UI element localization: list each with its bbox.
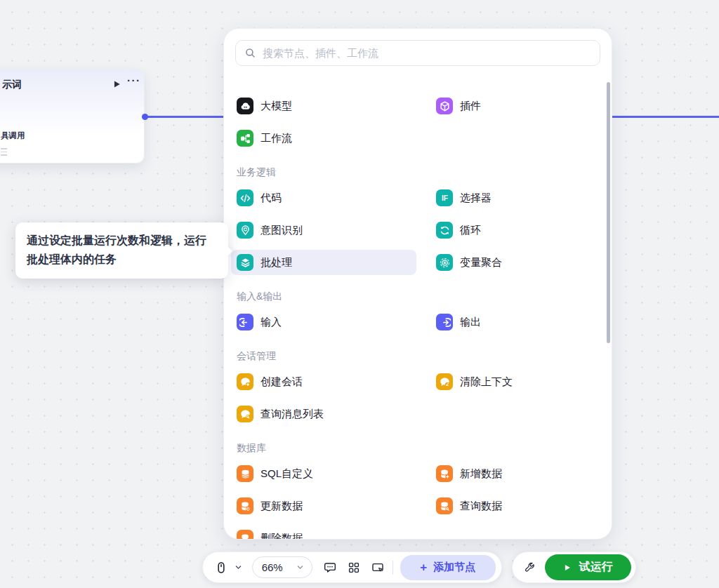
node-item-label: 变量聚合: [460, 256, 502, 269]
comment-icon[interactable]: [321, 559, 338, 577]
node-item-label: 创建会话: [260, 375, 303, 389]
node-item-label: 意图识别: [260, 224, 303, 237]
node-item-label: 插件: [460, 100, 481, 113]
edge-line-left: [145, 116, 223, 118]
batch-icon: [237, 254, 253, 271]
test-run-label: 试运行: [579, 560, 613, 575]
batch-tooltip-text: 通过设定批量运行次数和逻辑，运行批处理体内的任务: [27, 234, 206, 265]
node-item-db-delete[interactable]: 删除数据: [231, 526, 416, 540]
node-item-label: 输入: [260, 316, 282, 329]
node-item-aggregate[interactable]: 变量聚合: [430, 250, 582, 275]
zoom-value: 66%: [262, 561, 296, 573]
if-icon: IF: [436, 189, 453, 206]
section-grid: 代码IF选择器意图识别循环批处理变量聚合: [235, 185, 600, 275]
section-header: 会话管理: [237, 349, 600, 363]
node-item-label: 大模型: [260, 100, 292, 113]
node-item-label: 工作流: [260, 132, 292, 145]
add-node-label: 添加节点: [433, 561, 475, 574]
output-icon: [436, 314, 453, 330]
node-item-code[interactable]: 代码: [231, 185, 416, 211]
layout-grid-icon[interactable]: [345, 559, 362, 577]
node-card-prompt[interactable]: 示词 ··· 具调用: [0, 69, 145, 163]
chevron-down-icon: [296, 563, 305, 572]
node-item-sql-custom[interactable]: SQL自定义: [231, 461, 416, 486]
play-icon: [563, 563, 572, 572]
test-run-button[interactable]: 试运行: [545, 554, 631, 580]
toolbar-divider: [393, 561, 393, 575]
node-item-db-query[interactable]: 查询数据: [430, 493, 582, 519]
section-header: 业务逻辑: [237, 165, 600, 179]
input-icon: [237, 314, 253, 330]
node-item-label: 输出: [460, 316, 481, 329]
plus-icon: +: [420, 561, 427, 573]
batch-tooltip: 通过设定批量运行次数和逻辑，运行批处理体内的任务: [15, 222, 228, 279]
intent-icon: [237, 222, 253, 239]
db-icon: [237, 465, 253, 482]
node-item-label: 查询数据: [460, 500, 502, 513]
search-input[interactable]: [263, 47, 591, 59]
db-x-icon: [237, 530, 253, 540]
node-item-label: 查询消息列表: [260, 408, 324, 421]
node-run-icon[interactable]: [112, 79, 121, 89]
screen-cursor-icon[interactable]: [369, 559, 386, 577]
section-header: 数据库: [237, 441, 600, 455]
chat-clear-icon: [436, 373, 453, 390]
section-grid: 输入输出: [235, 309, 600, 335]
node-item-label: 循环: [460, 224, 481, 237]
zoom-select[interactable]: 66%: [252, 556, 312, 578]
node-item-label: 新增数据: [460, 467, 502, 481]
node-item-intent[interactable]: 意图识别: [231, 218, 416, 243]
node-item-label: SQL自定义: [260, 467, 313, 481]
llm-icon: [237, 98, 253, 114]
node-item-label: 选择器: [460, 192, 492, 205]
add-node-panel: 大模型插件工作流业务逻辑代码IF选择器意图识别循环批处理变量聚合输入&输出输入输…: [223, 28, 612, 540]
edge-line-right: [612, 116, 719, 118]
node-item-label: 清除上下文: [460, 375, 513, 389]
node-item-selector[interactable]: IF选择器: [430, 185, 582, 211]
section-grid: 创建会话清除上下文查询消息列表: [235, 369, 600, 427]
chat-plus-icon: [237, 373, 253, 390]
wrench-icon[interactable]: [520, 557, 541, 578]
section-header: 输入&输出: [237, 289, 600, 303]
add-node-button[interactable]: + 添加节点: [400, 555, 496, 580]
node-item-llm[interactable]: 大模型: [231, 93, 416, 119]
aggregate-icon: [436, 254, 453, 271]
node-output-port[interactable]: [142, 114, 148, 120]
node-menu: 大模型插件工作流业务逻辑代码IF选择器意图识别循环批处理变量聚合输入&输出输入输…: [235, 79, 600, 540]
mouse-mode-icon[interactable]: [212, 559, 230, 577]
chat-search-icon: [237, 406, 253, 422]
code-icon: [237, 189, 253, 206]
mouse-mode-chevron-icon[interactable]: [230, 559, 247, 577]
node-item-label: 批处理: [260, 256, 292, 269]
run-toolbar: 试运行: [512, 552, 636, 583]
loop-icon: [436, 222, 453, 239]
db-search-icon: [436, 497, 453, 514]
node-subtitle: 具调用: [1, 131, 25, 141]
node-item-query-messages[interactable]: 查询消息列表: [231, 401, 416, 427]
scrollbar-thumb[interactable]: [607, 82, 610, 343]
node-title: 示词: [2, 79, 22, 91]
node-item-loop[interactable]: 循环: [430, 218, 582, 243]
section-grid: 大模型插件工作流: [235, 93, 600, 151]
db-refresh-icon: [237, 497, 253, 514]
node-item-create-session[interactable]: 创建会话: [231, 369, 416, 394]
node-item-label: 更新数据: [260, 500, 303, 513]
db-plus-icon: [436, 465, 453, 482]
svg-text:IF: IF: [442, 194, 448, 202]
node-item-label: 代码: [260, 192, 282, 205]
node-item-output[interactable]: 输出: [430, 309, 582, 335]
node-item-clear-context[interactable]: 清除上下文: [430, 369, 582, 394]
node-item-input[interactable]: 输入: [231, 309, 416, 335]
search-box[interactable]: [235, 40, 600, 66]
workflow-icon: [237, 130, 253, 147]
node-item-workflow[interactable]: 工作流: [231, 126, 416, 151]
node-item-plugin[interactable]: 插件: [430, 93, 582, 119]
node-item-batch[interactable]: 批处理: [231, 250, 416, 275]
node-item-db-update[interactable]: 更新数据: [231, 493, 416, 519]
node-item-db-insert[interactable]: 新增数据: [430, 461, 582, 486]
canvas-toolbar: 66% + 添加节点: [202, 552, 502, 583]
node-item-label: 删除数据: [260, 532, 303, 540]
plugin-icon: [436, 98, 453, 114]
node-more-icon[interactable]: ···: [127, 74, 141, 86]
search-icon: [244, 47, 256, 59]
